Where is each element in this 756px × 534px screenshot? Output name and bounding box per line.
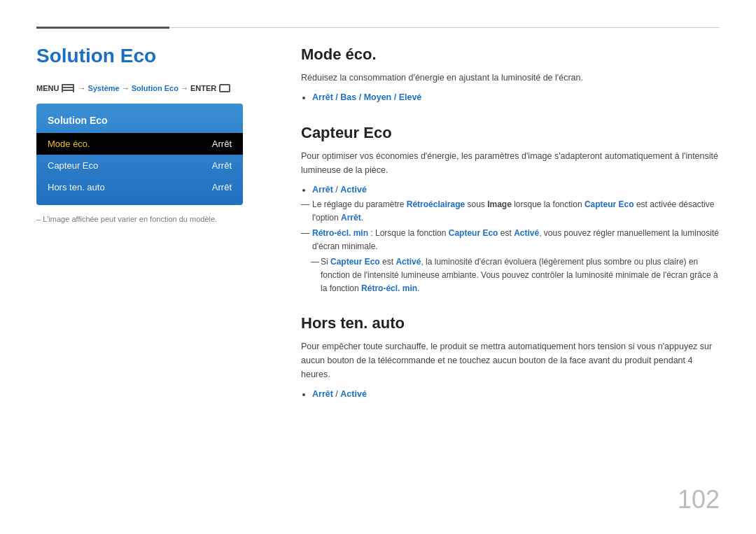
menu-box: Solution Eco Mode éco. Arrêt Capteur Eco… <box>36 104 243 205</box>
note-retro-ecl-min-label: Rétro-écl. min <box>312 228 368 238</box>
section-title-hors-ten: Hors ten. auto <box>301 314 720 332</box>
mode-eco-options-text: Arrêt / Bas / Moyen / Elevé <box>312 92 421 102</box>
right-column: Mode éco. Réduisez la consommation d'éne… <box>301 45 720 421</box>
section-capteur-eco: Capteur Eco Pour optimiser vos économies… <box>301 124 720 295</box>
note-arret-word: Arrêt <box>341 213 361 223</box>
section-mode-eco: Mode éco. Réduisez la consommation d'éne… <box>301 45 720 104</box>
bullet-hors-ten-options: Arrêt / Activé <box>312 387 720 401</box>
top-bar-light-segment <box>169 27 720 28</box>
section-desc-capteur-eco: Pour optimiser vos économies d'énergie, … <box>301 149 720 177</box>
menu-label: MENU <box>36 84 59 92</box>
solution-eco-label: Solution Eco <box>132 84 178 92</box>
note-retro-word: Rétroéclairage <box>407 199 465 209</box>
note-retro-eclairage: Le réglage du paramètre Rétroéclairage s… <box>301 198 720 224</box>
capteur-eco-arret: Arrêt <box>312 185 333 195</box>
menu-item-capteur-eco[interactable]: Capteur Eco Arrêt <box>36 155 243 176</box>
section-hors-ten-auto: Hors ten. auto Pour empêcher toute surch… <box>301 314 720 401</box>
system-label: Système <box>88 84 119 92</box>
sub-note-capteur-eco: Si Capteur Eco est Activé, la luminosité… <box>301 255 720 295</box>
menu-item-capteur-eco-label: Capteur Eco <box>48 160 98 171</box>
menu-item-capteur-eco-value: Arrêt <box>212 160 232 171</box>
bullet-list-capteur-eco: Arrêt / Activé <box>312 183 720 197</box>
page-title: Solution Eco <box>36 45 260 67</box>
enter-icon <box>219 84 230 92</box>
menu-item-mode-eco-value: Arrêt <box>212 139 232 149</box>
bullet-list-hors-ten: Arrêt / Activé <box>312 387 720 401</box>
menu-item-hors-ten-value: Arrêt <box>212 182 232 192</box>
sub-retro-ecl-min: Rétro-écl. min <box>361 283 417 293</box>
menu-item-mode-eco[interactable]: Mode éco. Arrêt <box>36 133 243 155</box>
sub-capteur-eco: Capteur Eco <box>330 257 380 267</box>
note-capteur-eco-2: Capteur Eco <box>449 228 498 238</box>
menu-path: MENU → Système → Solution Eco → ENTER <box>36 84 260 92</box>
arrow-3: → <box>181 84 188 92</box>
bullet-list-mode-eco: Arrêt / Bas / Moyen / Elevé <box>312 90 720 104</box>
section-desc-hors-ten: Pour empêcher toute surchauffe, le produ… <box>301 339 720 381</box>
section-title-mode-eco: Mode éco. <box>301 45 720 64</box>
arrow-1: → <box>78 84 85 92</box>
note-capteur-word: Capteur Eco <box>584 199 634 209</box>
sub-active: Activé <box>396 257 421 267</box>
menu-box-title: Solution Eco <box>36 111 243 133</box>
top-bar-dark-segment <box>36 27 169 29</box>
page-number: 102 <box>678 485 720 514</box>
image-note: – L'image affichée peut varier en foncti… <box>36 215 260 223</box>
note-image-word: Image <box>487 199 512 209</box>
bullet-mode-eco-options: Arrêt / Bas / Moyen / Elevé <box>312 90 720 104</box>
enter-label: ENTER <box>190 84 216 92</box>
hors-ten-active: Activé <box>340 389 367 399</box>
top-bar <box>36 27 720 29</box>
section-desc-mode-eco: Réduisez la consommation d'énergie en aj… <box>301 71 720 85</box>
capteur-eco-active: Activé <box>340 185 367 195</box>
section-title-capteur-eco: Capteur Eco <box>301 124 720 142</box>
bullet-capteur-eco-options: Arrêt / Activé <box>312 183 720 197</box>
menu-item-hors-ten[interactable]: Hors ten. auto Arrêt <box>36 176 243 198</box>
hors-ten-arret: Arrêt <box>312 389 333 399</box>
menu-icon <box>62 84 74 92</box>
menu-item-hors-ten-label: Hors ten. auto <box>48 182 105 192</box>
arrow-2: → <box>122 84 130 92</box>
menu-item-mode-eco-label: Mode éco. <box>48 139 90 149</box>
note-retro-ecl-min: Rétro-écl. min : Lorsque la fonction Cap… <box>301 227 720 253</box>
note-active-2: Activé <box>514 228 539 238</box>
left-column: Solution Eco MENU → Système → Solution E… <box>36 45 260 223</box>
